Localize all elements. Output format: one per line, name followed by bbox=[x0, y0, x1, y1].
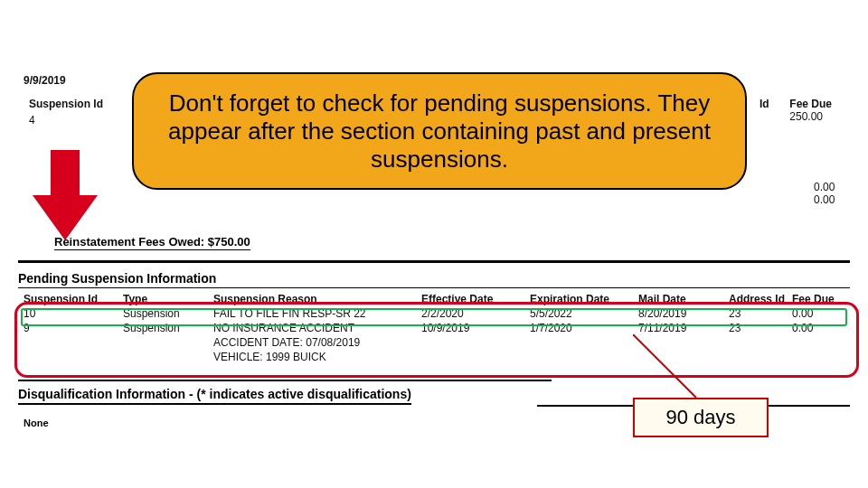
col-expiration: Expiration Date bbox=[530, 293, 638, 305]
col-type: Type bbox=[123, 293, 213, 305]
cell: ACCIDENT DATE: 07/08/2019 bbox=[213, 336, 421, 349]
fee-sub-row: 0.00 bbox=[814, 181, 835, 193]
col-suspension-id: Suspension Id bbox=[18, 293, 123, 305]
cell: 10 bbox=[18, 307, 123, 320]
cell: 7/11/2019 bbox=[638, 322, 729, 334]
down-arrow-icon bbox=[33, 150, 98, 240]
id-header: Id bbox=[760, 98, 787, 110]
col-effective: Effective Date bbox=[421, 293, 530, 305]
col-reason: Suspension Reason bbox=[213, 293, 421, 305]
col-mail: Mail Date bbox=[638, 293, 729, 305]
suspension-id-value: 4 bbox=[29, 114, 35, 127]
cell: 8/20/2019 bbox=[638, 307, 729, 320]
cell: 1/7/2020 bbox=[530, 322, 638, 334]
divider bbox=[18, 287, 850, 288]
ninety-days-callout: 90 days bbox=[633, 398, 769, 437]
ninety-days-text: 90 days bbox=[665, 406, 735, 429]
fee-due-header: Fee Due bbox=[789, 98, 844, 110]
table-extra: ACCIDENT DATE: 07/08/2019 bbox=[18, 336, 850, 349]
divider bbox=[18, 260, 850, 263]
cell: Suspension bbox=[123, 307, 213, 320]
pending-table: Suspension Id Type Suspension Reason Eff… bbox=[18, 293, 850, 363]
table-row: 9 Suspension NO INSURANCE ACCIDENT 10/9/… bbox=[18, 322, 850, 334]
page-container: { "report_date": "9/9/2019", "top_left":… bbox=[0, 0, 868, 488]
cell: 0.00 bbox=[792, 322, 846, 334]
cell: 5/5/2022 bbox=[530, 307, 638, 320]
table-extra: VEHICLE: 1999 BUICK bbox=[18, 351, 850, 363]
disq-none: None bbox=[24, 418, 49, 428]
col-fee-due: Fee Due bbox=[792, 293, 846, 305]
cell: 0.00 bbox=[792, 307, 846, 320]
cell: VEHICLE: 1999 BUICK bbox=[213, 351, 421, 363]
cell: 23 bbox=[729, 307, 792, 320]
reinstatement-fees-line: Reinstatement Fees Owed: $750.00 bbox=[54, 235, 250, 250]
cell: 10/9/2019 bbox=[421, 322, 530, 334]
suspension-id-label: Suspension Id bbox=[29, 98, 103, 110]
divider bbox=[18, 380, 552, 381]
callout-tip: Don't forget to check for pending suspen… bbox=[132, 72, 747, 190]
col-address-id: Address Id bbox=[729, 293, 792, 305]
fee-sub-row: 0.00 bbox=[814, 193, 835, 206]
callout-text: Don't forget to check for pending suspen… bbox=[161, 89, 718, 174]
table-row: 10 Suspension FAIL TO FILE FIN RESP-SR 2… bbox=[18, 307, 850, 320]
id-value bbox=[760, 110, 787, 123]
report-date: 9/9/2019 bbox=[24, 74, 66, 87]
cell: 23 bbox=[729, 322, 792, 334]
disq-section-title: Disqualification Information - (* indica… bbox=[18, 387, 411, 405]
top-right-header: Id Fee Due 250.00 bbox=[760, 98, 844, 123]
fee-sub-rows: 0.00 0.00 bbox=[814, 181, 835, 206]
cell: FAIL TO FILE FIN RESP-SR 22 bbox=[213, 307, 421, 320]
cell: Suspension bbox=[123, 322, 213, 334]
pending-section-title: Pending Suspension Information bbox=[18, 271, 216, 286]
fee-due-value: 250.00 bbox=[789, 110, 844, 123]
cell: 9 bbox=[18, 322, 123, 334]
cell: 2/2/2020 bbox=[421, 307, 530, 320]
cell: NO INSURANCE ACCIDENT bbox=[213, 322, 421, 334]
